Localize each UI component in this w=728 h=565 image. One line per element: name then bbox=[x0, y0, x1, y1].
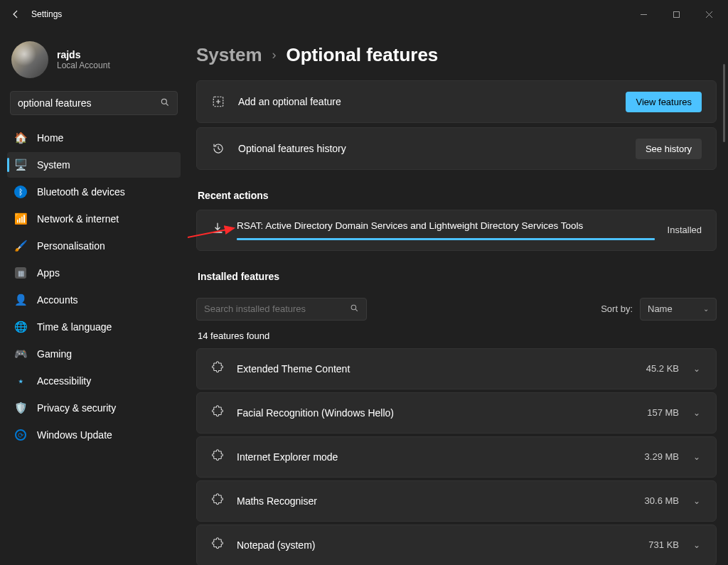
sidebar-item-system[interactable]: 🖥️System bbox=[7, 152, 181, 178]
bluetooth-icon: ᛒ bbox=[14, 185, 27, 198]
chevron-down-icon: ⌄ bbox=[692, 364, 702, 374]
shield-icon: 🛡️ bbox=[14, 402, 27, 414]
sidebar-item-update[interactable]: ⟳Windows Update bbox=[7, 422, 181, 448]
maximize-button[interactable] bbox=[660, 3, 692, 26]
chevron-down-icon: ⌄ bbox=[692, 496, 702, 506]
feature-row[interactable]: Notepad (system)731 KB⌄ bbox=[196, 524, 717, 566]
feature-size: 3.29 MB bbox=[645, 451, 679, 462]
page-title: Optional features bbox=[287, 44, 439, 66]
sidebar-item-label: Bluetooth & devices bbox=[37, 186, 125, 198]
recent-action-status: Installed bbox=[668, 225, 702, 235]
sidebar-item-label: Gaming bbox=[37, 348, 72, 360]
sidebar-item-label: Privacy & security bbox=[37, 402, 116, 414]
person-icon: 👤 bbox=[14, 294, 27, 306]
sidebar-item-accounts[interactable]: 👤Accounts bbox=[7, 287, 181, 313]
feature-name: Notepad (system) bbox=[237, 539, 636, 551]
installed-features-heading: Installed features bbox=[196, 255, 717, 291]
feature-size: 731 KB bbox=[648, 539, 679, 550]
sidebar-item-time[interactable]: 🌐Time & language bbox=[7, 314, 181, 340]
feature-row[interactable]: Maths Recogniser30.6 MB⌄ bbox=[196, 480, 717, 522]
recent-action-title: RSAT: Active Directory Domain Services a… bbox=[237, 220, 655, 238]
chevron-down-icon: ⌄ bbox=[692, 408, 702, 418]
chevron-down-icon: ⌄ bbox=[692, 452, 702, 462]
svg-rect-1 bbox=[673, 11, 679, 17]
svg-point-2 bbox=[161, 99, 166, 104]
globe-icon: 🌐 bbox=[14, 321, 27, 333]
close-button[interactable] bbox=[692, 3, 725, 26]
window-title: Settings bbox=[31, 9, 62, 19]
sidebar-item-personalisation[interactable]: 🖌️Personalisation bbox=[7, 233, 181, 259]
view-features-button[interactable]: View features bbox=[626, 92, 702, 112]
sidebar-item-gaming[interactable]: 🎮Gaming bbox=[7, 341, 181, 367]
search-installed-field[interactable] bbox=[196, 298, 367, 321]
brush-icon: 🖌️ bbox=[14, 240, 27, 252]
update-icon: ⟳ bbox=[14, 429, 27, 441]
sort-value: Name bbox=[648, 303, 673, 314]
sidebar-item-label: System bbox=[37, 159, 70, 171]
sidebar: rajds Local Account 🏠Home 🖥️System ᛒBlue… bbox=[0, 28, 188, 565]
feature-size: 30.6 MB bbox=[645, 495, 679, 506]
feature-row[interactable]: Extended Theme Content45.2 KB⌄ bbox=[196, 348, 717, 389]
sidebar-item-label: Personalisation bbox=[37, 240, 105, 252]
feature-name: Maths Recogniser bbox=[237, 495, 632, 507]
add-feature-card: Add an optional feature View features bbox=[196, 80, 717, 123]
feature-row[interactable]: Internet Explorer mode3.29 MB⌄ bbox=[196, 436, 717, 478]
gamepad-icon: 🎮 bbox=[14, 348, 27, 360]
sidebar-item-label: Accounts bbox=[37, 294, 78, 306]
svg-line-6 bbox=[355, 309, 358, 311]
recent-action-card[interactable]: RSAT: Active Directory Domain Services a… bbox=[196, 210, 717, 251]
titlebar: Settings bbox=[0, 0, 728, 28]
svg-point-5 bbox=[351, 305, 356, 310]
sidebar-item-accessibility[interactable]: ⭑Accessibility bbox=[7, 368, 181, 394]
avatar bbox=[11, 41, 48, 78]
sidebar-item-label: Apps bbox=[37, 267, 60, 279]
puzzle-icon bbox=[211, 449, 224, 465]
breadcrumb-parent[interactable]: System bbox=[196, 44, 262, 66]
feature-size: 45.2 KB bbox=[646, 363, 679, 374]
progress-bar bbox=[237, 238, 655, 240]
sidebar-item-privacy[interactable]: 🛡️Privacy & security bbox=[7, 395, 181, 421]
feature-name: Facial Recognition (Windows Hello) bbox=[237, 407, 634, 419]
search-icon bbox=[350, 303, 359, 315]
sort-label: Sort by: bbox=[601, 303, 633, 314]
minimize-button[interactable] bbox=[627, 3, 660, 26]
sidebar-search[interactable] bbox=[10, 91, 178, 115]
profile-name: rajds bbox=[57, 49, 110, 60]
feature-row[interactable]: Facial Recognition (Windows Hello)157 MB… bbox=[196, 392, 717, 434]
puzzle-icon bbox=[211, 537, 224, 553]
search-installed-input[interactable] bbox=[204, 303, 350, 314]
home-icon: 🏠 bbox=[14, 131, 27, 144]
accessibility-icon: ⭑ bbox=[14, 375, 27, 387]
sidebar-item-home[interactable]: 🏠Home bbox=[7, 125, 181, 151]
features-count: 14 features found bbox=[196, 323, 717, 348]
puzzle-icon bbox=[211, 361, 224, 377]
sidebar-item-label: Time & language bbox=[37, 321, 112, 333]
see-history-button[interactable]: See history bbox=[636, 139, 702, 159]
puzzle-icon bbox=[211, 493, 224, 509]
profile-block[interactable]: rajds Local Account bbox=[3, 34, 185, 91]
breadcrumb: System › Optional features bbox=[196, 37, 722, 80]
sidebar-item-label: Accessibility bbox=[37, 375, 91, 387]
feature-name: Internet Explorer mode bbox=[237, 451, 632, 463]
sidebar-item-label: Home bbox=[37, 132, 63, 144]
sort-dropdown[interactable]: Name ⌄ bbox=[640, 298, 717, 321]
profile-sub: Local Account bbox=[57, 60, 110, 70]
scrollbar[interactable] bbox=[723, 64, 725, 142]
add-icon bbox=[211, 95, 225, 109]
sidebar-item-label: Windows Update bbox=[37, 429, 112, 441]
puzzle-icon bbox=[211, 405, 224, 421]
back-button[interactable] bbox=[3, 1, 28, 27]
sidebar-item-apps[interactable]: ▦Apps bbox=[7, 260, 181, 286]
add-feature-label: Add an optional feature bbox=[238, 96, 613, 107]
search-icon bbox=[160, 97, 170, 109]
sidebar-item-bluetooth[interactable]: ᛒBluetooth & devices bbox=[7, 179, 181, 205]
chevron-down-icon: ⌄ bbox=[692, 540, 702, 550]
sidebar-search-input[interactable] bbox=[18, 97, 160, 109]
history-card: Optional features history See history bbox=[196, 127, 717, 170]
download-icon bbox=[211, 222, 224, 237]
apps-icon: ▦ bbox=[14, 267, 27, 279]
recent-actions-heading: Recent actions bbox=[196, 174, 717, 210]
chevron-down-icon: ⌄ bbox=[703, 305, 709, 313]
sidebar-item-network[interactable]: 📶Network & internet bbox=[7, 206, 181, 232]
svg-line-3 bbox=[166, 103, 168, 105]
